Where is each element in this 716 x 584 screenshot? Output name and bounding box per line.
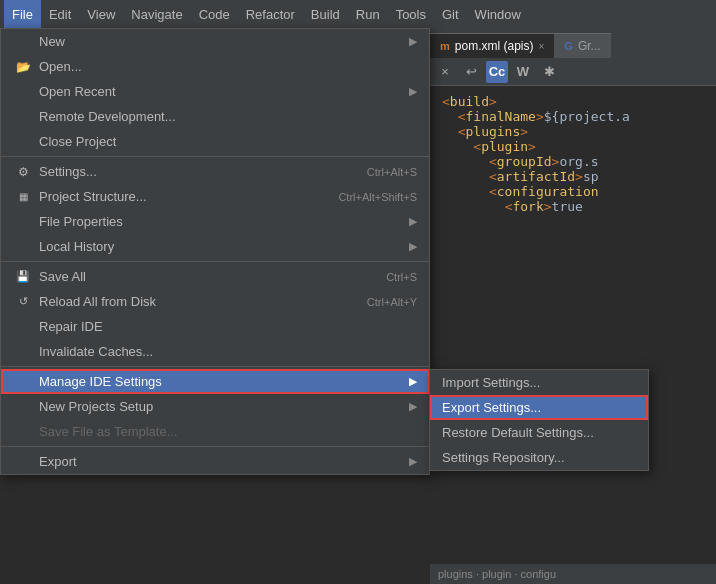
- menu-item-settings[interactable]: ⚙ Settings... Ctrl+Alt+S: [1, 159, 429, 184]
- separator-3: [1, 366, 429, 367]
- menu-item-open[interactable]: 📂 Open...: [1, 54, 429, 79]
- menubar-edit[interactable]: Edit: [41, 0, 79, 28]
- menu-item-repair-ide[interactable]: Repair IDE: [1, 314, 429, 339]
- save-all-icon: 💾: [13, 270, 33, 283]
- submenu-restore-defaults[interactable]: Restore Default Settings...: [430, 420, 648, 445]
- menu-item-new-projects-setup[interactable]: New Projects Setup ▶: [1, 394, 429, 419]
- menu-item-remote-dev[interactable]: Remote Development...: [1, 104, 429, 129]
- tab-close-pom[interactable]: ×: [538, 41, 544, 52]
- menubar-run[interactable]: Run: [348, 0, 388, 28]
- toolbar-w-btn[interactable]: W: [512, 61, 534, 83]
- code-line-7: <configuration: [442, 184, 704, 199]
- export-arrow: ▶: [409, 455, 417, 468]
- menubar: File Edit View Navigate Code Refactor Bu…: [0, 0, 716, 28]
- separator-2: [1, 261, 429, 262]
- tab-gradle[interactable]: G Gr...: [554, 33, 610, 58]
- menu-item-reload[interactable]: ↺ Reload All from Disk Ctrl+Alt+Y: [1, 289, 429, 314]
- new-projects-arrow: ▶: [409, 400, 417, 413]
- separator-1: [1, 156, 429, 157]
- menu-item-save-all[interactable]: 💾 Save All Ctrl+S: [1, 264, 429, 289]
- menubar-build[interactable]: Build: [303, 0, 348, 28]
- submenu-import-settings[interactable]: Import Settings...: [430, 370, 648, 395]
- menubar-navigate[interactable]: Navigate: [123, 0, 190, 28]
- open-icon: 📂: [13, 60, 33, 74]
- settings-icon: ⚙: [13, 165, 33, 179]
- toolbar-undo-btn[interactable]: ↩: [460, 61, 482, 83]
- code-line-5: <groupId>org.s: [442, 154, 704, 169]
- menubar-view[interactable]: View: [79, 0, 123, 28]
- menubar-code[interactable]: Code: [191, 0, 238, 28]
- menu-item-local-history[interactable]: Local History ▶: [1, 234, 429, 259]
- toolbar-strip: × ↩ Cc W ✱: [430, 58, 716, 86]
- tab-label-gradle: Gr...: [578, 39, 601, 53]
- menu-item-export[interactable]: Export ▶: [1, 449, 429, 474]
- project-structure-icon: ▦: [13, 191, 33, 202]
- open-recent-arrow: ▶: [409, 85, 417, 98]
- tab-icon-g: G: [564, 40, 573, 52]
- code-line-2: <finalName>${project.a: [442, 109, 704, 124]
- file-properties-arrow: ▶: [409, 215, 417, 228]
- submenu-settings-repo[interactable]: Settings Repository...: [430, 445, 648, 470]
- submenu-export-settings[interactable]: Export Settings...: [430, 395, 648, 420]
- code-line-1: <build>: [442, 94, 704, 109]
- file-dropdown-menu: New ▶ 📂 Open... Open Recent ▶ Remote Dev…: [0, 28, 430, 475]
- menubar-refactor[interactable]: Refactor: [238, 0, 303, 28]
- tab-pom-xml[interactable]: m pom.xml (apis) ×: [430, 33, 554, 58]
- code-line-6: <artifactId>sp: [442, 169, 704, 184]
- toolbar-star-btn[interactable]: ✱: [538, 61, 560, 83]
- code-line-4: <plugin>: [442, 139, 704, 154]
- reload-icon: ↺: [13, 295, 33, 308]
- local-history-arrow: ▶: [409, 240, 417, 253]
- menu-item-save-template: Save File as Template...: [1, 419, 429, 444]
- code-line-8: <fork>true: [442, 199, 704, 214]
- manage-ide-submenu: Import Settings... Export Settings... Re…: [429, 369, 649, 471]
- menu-item-file-properties[interactable]: File Properties ▶: [1, 209, 429, 234]
- tab-icon-m: m: [440, 40, 450, 52]
- menubar-tools[interactable]: Tools: [388, 0, 434, 28]
- toolbar-cc-btn[interactable]: Cc: [486, 61, 508, 83]
- menu-item-project-structure[interactable]: ▦ Project Structure... Ctrl+Alt+Shift+S: [1, 184, 429, 209]
- new-arrow: ▶: [409, 35, 417, 48]
- editor-code-area: <build> <finalName>${project.a <plugins>…: [430, 86, 716, 584]
- menu-item-invalidate-caches[interactable]: Invalidate Caches...: [1, 339, 429, 364]
- tab-label-pom: pom.xml (apis): [455, 39, 534, 53]
- menu-item-open-recent[interactable]: Open Recent ▶: [1, 79, 429, 104]
- menu-item-new[interactable]: New ▶: [1, 29, 429, 54]
- code-line-3: <plugins>: [442, 124, 704, 139]
- menubar-window[interactable]: Window: [467, 0, 529, 28]
- breadcrumb: plugins · plugin · configu: [430, 564, 716, 584]
- menu-item-close-project[interactable]: Close Project: [1, 129, 429, 154]
- toolbar-close-btn[interactable]: ×: [434, 61, 456, 83]
- menubar-file[interactable]: File: [4, 0, 41, 28]
- separator-4: [1, 446, 429, 447]
- menu-item-manage-ide[interactable]: Manage IDE Settings ▶ Import Settings...…: [1, 369, 429, 394]
- manage-ide-arrow: ▶: [409, 375, 417, 388]
- menubar-git[interactable]: Git: [434, 0, 467, 28]
